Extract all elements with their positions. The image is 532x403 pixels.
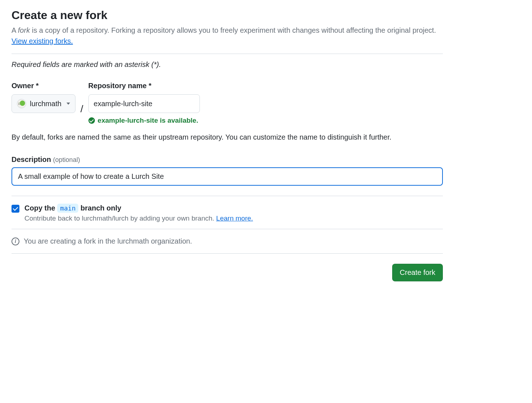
owner-label: Owner * [12, 82, 75, 90]
divider [12, 54, 443, 54]
copy-branch-title: Copy the main branch only [24, 204, 443, 212]
learn-more-link[interactable]: Learn more. [216, 214, 253, 222]
chevron-down-icon [66, 103, 70, 105]
owner-select[interactable]: L lurchmath [12, 94, 75, 113]
repo-name-input[interactable] [88, 94, 200, 113]
info-text: You are creating a fork in the lurchmath… [24, 237, 192, 245]
page-title: Create a new fork [12, 9, 443, 22]
branch-tag: main [57, 204, 78, 213]
owner-selected-value: lurchmath [30, 100, 61, 108]
copy-branch-subtext: Contribute back to lurchmath/lurch by ad… [24, 214, 443, 222]
page-subtitle: A fork is a copy of a repository. Forkin… [12, 25, 443, 46]
create-fork-button[interactable]: Create fork [392, 264, 443, 281]
required-fields-note: Required fields are marked with an aster… [12, 60, 443, 69]
view-existing-forks-link[interactable]: View existing forks. [12, 37, 73, 45]
optional-text: (optional) [53, 156, 80, 163]
description-input[interactable] [12, 167, 443, 186]
copy-main-branch-checkbox[interactable] [12, 205, 19, 213]
repo-name-label: Repository name * [88, 82, 200, 90]
info-icon: i [12, 237, 19, 245]
owner-avatar: L [17, 99, 26, 108]
availability-status: example-lurch-site is available. [88, 117, 200, 124]
owner-repo-separator: / [80, 103, 84, 115]
description-label: Description (optional) [12, 155, 443, 164]
check-circle-icon [88, 117, 95, 124]
fork-name-help-text: By default, forks are named the same as … [12, 132, 443, 142]
